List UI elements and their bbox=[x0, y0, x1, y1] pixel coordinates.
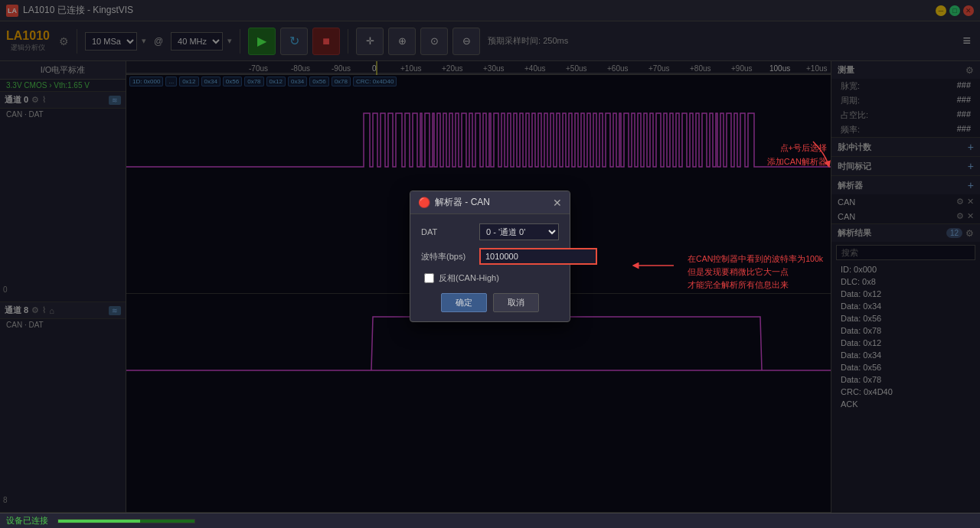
statusbar: 设备已连接 bbox=[0, 513, 980, 528]
invert-checkbox[interactable] bbox=[424, 273, 434, 283]
dat-row: DAT 0 - '通道 0' bbox=[421, 223, 559, 240]
dialog-body: DAT 0 - '通道 0' 波特率(bps) 反相(CAN-High) 确定 … bbox=[410, 214, 570, 321]
dialog-overlay: 🔴 解析器 - CAN ✕ DAT 0 - '通道 0' 波特率(bps) 反相… bbox=[0, 0, 980, 513]
baud-row: 波特率(bps) bbox=[421, 248, 559, 265]
status-progress-fill bbox=[58, 520, 140, 523]
dialog-close-button[interactable]: ✕ bbox=[553, 197, 562, 209]
dat-label: DAT bbox=[421, 227, 475, 236]
status-text: 设备已连接 bbox=[6, 515, 48, 526]
cancel-button[interactable]: 取消 bbox=[493, 293, 539, 312]
dialog-title-text: 解析器 - CAN bbox=[435, 196, 490, 209]
status-progress bbox=[57, 519, 195, 523]
dialog-header: 🔴 解析器 - CAN ✕ bbox=[410, 191, 570, 214]
dialog-title: 🔴 解析器 - CAN bbox=[418, 196, 490, 209]
invert-label: 反相(CAN-High) bbox=[439, 272, 499, 284]
baud-input[interactable] bbox=[479, 248, 597, 265]
dialog-buttons: 确定 取消 bbox=[421, 293, 559, 312]
baud-label: 波特率(bps) bbox=[421, 251, 475, 262]
analyzer-dialog: 🔴 解析器 - CAN ✕ DAT 0 - '通道 0' 波特率(bps) 反相… bbox=[410, 191, 570, 322]
dialog-icon: 🔴 bbox=[418, 197, 430, 208]
confirm-button[interactable]: 确定 bbox=[441, 293, 487, 312]
invert-row: 反相(CAN-High) bbox=[421, 272, 559, 284]
dat-select[interactable]: 0 - '通道 0' bbox=[479, 223, 559, 240]
